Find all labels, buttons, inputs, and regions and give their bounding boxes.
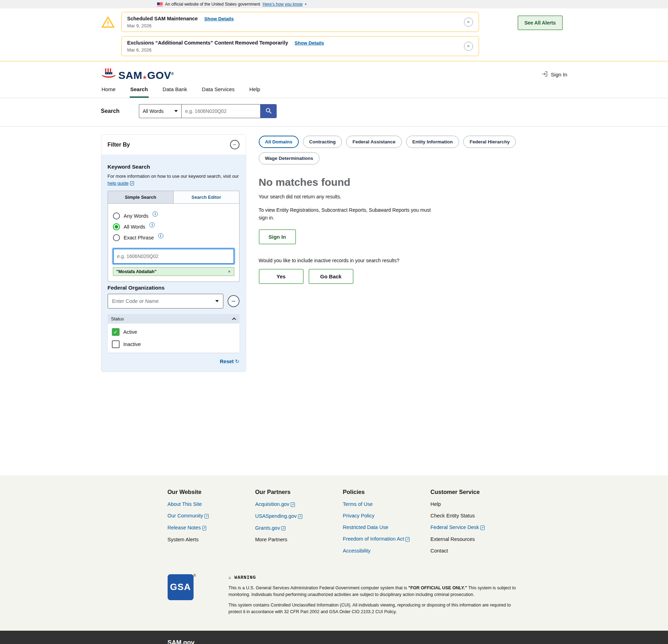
chevron-up-icon: [232, 317, 236, 321]
domain-tab-federal-assistance[interactable]: Federal Assistance: [346, 136, 402, 148]
keyword-search-title: Keyword Search: [108, 164, 239, 170]
search-button[interactable]: [261, 104, 277, 118]
radio-checked-icon: [113, 223, 120, 230]
reset-filters-link[interactable]: Reset↻: [220, 359, 239, 364]
banner-how-link[interactable]: Here’s how you know: [263, 2, 303, 7]
footer-link[interactable]: Contact: [431, 548, 518, 554]
footer-link[interactable]: More Partners: [255, 537, 343, 542]
footer-link[interactable]: Acquisition.gov↗: [255, 501, 343, 507]
status-accordion-header[interactable]: Status: [108, 314, 239, 324]
footer-link[interactable]: Our Community↗: [168, 513, 255, 519]
yes-button[interactable]: Yes: [259, 269, 304, 284]
main-content: Filter By − Keyword Search For more info…: [101, 127, 567, 461]
footer-link[interactable]: Terms of Use: [343, 501, 431, 507]
info-icon[interactable]: i: [149, 222, 155, 228]
domain-tab-all-domains[interactable]: All Domains: [259, 136, 299, 148]
search-bar-row: Search All Words: [0, 98, 668, 127]
nav-home[interactable]: Home: [101, 83, 116, 98]
federal-organizations-title: Federal Organizations: [108, 285, 239, 291]
reset-icon: ↻: [235, 359, 239, 364]
footer-link[interactable]: System Alerts: [168, 537, 255, 542]
domain-tab-entity-information[interactable]: Entity Information: [406, 136, 459, 148]
radio-all-words[interactable]: All Words i: [113, 223, 234, 230]
nav-search[interactable]: Search: [130, 83, 149, 98]
alert-date: Mar 6, 2026: [127, 47, 324, 53]
collapse-filters-button[interactable]: −: [230, 140, 239, 149]
tab-simple-search[interactable]: Simple Search: [108, 191, 174, 203]
info-icon[interactable]: i: [153, 211, 158, 217]
chevron-down-icon: [174, 110, 178, 112]
footer-link[interactable]: About This Site: [168, 501, 255, 507]
keyword-input[interactable]: [113, 249, 234, 264]
radio-icon: [113, 212, 120, 219]
warning-paragraph-2: This system contains Controlled Unclassi…: [229, 602, 516, 616]
banner-text: An official website of the United States…: [165, 2, 260, 7]
domain-tab-federal-hierarchy[interactable]: Federal Hierarchy: [463, 136, 516, 148]
remove-chip-icon[interactable]: ×: [228, 269, 231, 274]
no-matches-heading: No matches found: [259, 176, 567, 188]
domain-tabs: All Domains Contracting Federal Assistan…: [259, 136, 567, 164]
sign-in-button[interactable]: Sign In: [259, 229, 296, 244]
checkbox-active[interactable]: ✓ Active: [112, 328, 235, 336]
us-flag-icon: [157, 2, 163, 6]
info-icon[interactable]: i: [158, 233, 163, 238]
tab-search-editor[interactable]: Search Editor: [173, 191, 239, 203]
alert-card: Exclusions “Additional Comments” Content…: [121, 36, 479, 56]
external-link-icon: ↗: [298, 514, 302, 519]
footer-link[interactable]: Restricted Data Use: [343, 524, 431, 530]
footer-link[interactable]: Freedom of Information Act↗: [343, 536, 431, 542]
external-link-icon: ↗: [480, 526, 485, 530]
checkbox-inactive[interactable]: Inactive: [112, 340, 235, 348]
system-warning: ⚠ WARNING This is a U.S. General Service…: [229, 574, 516, 619]
footer-link[interactable]: Grants.gov↗: [255, 525, 343, 531]
results-section: All Domains Contracting Federal Assistan…: [259, 134, 567, 284]
footer-link[interactable]: External Resources: [431, 536, 518, 542]
main-nav: Home Search Data Bank Data Services Help: [0, 83, 668, 98]
checkbox-checked-icon: ✓: [112, 328, 120, 336]
footer-link[interactable]: USASpending.gov↗: [255, 513, 343, 519]
footer-col-title: Our Website: [168, 489, 255, 495]
keyword-search-box: Simple Search Search Editor Any Words i …: [108, 191, 239, 282]
sign-in-link[interactable]: Sign In: [541, 70, 567, 79]
nav-data-bank[interactable]: Data Bank: [162, 83, 188, 98]
more-options-button[interactable]: ●●●: [228, 295, 239, 307]
alert-card: Scheduled SAM Maintenance Show Details M…: [121, 12, 479, 32]
close-icon[interactable]: ×: [464, 42, 473, 51]
close-icon[interactable]: ×: [464, 18, 473, 27]
alert-show-details-link[interactable]: Show Details: [204, 16, 234, 21]
footer-link[interactable]: Release Notes↗: [168, 525, 255, 531]
footer-link[interactable]: Federal Service Desk↗: [431, 524, 518, 530]
nav-data-services[interactable]: Data Services: [201, 83, 235, 98]
domain-tab-wage-determinations[interactable]: Wage Determinations: [259, 152, 320, 164]
keyword-help-text: For more information on how to use our k…: [108, 173, 239, 187]
gov-banner: An official website of the United States…: [0, 0, 668, 8]
see-all-alerts-button[interactable]: See All Alerts: [518, 15, 563, 30]
domain-tab-contracting[interactable]: Contracting: [303, 136, 342, 148]
footer-col-title: Policies: [343, 489, 431, 495]
help-guide-link[interactable]: help guide: [108, 181, 129, 186]
top-hat-icon: [101, 68, 116, 81]
radio-any-words[interactable]: Any Words i: [113, 212, 234, 219]
site-header: SAM★GOV® Sign In: [0, 61, 668, 83]
sign-in-note: To view Entity Registrations, Subcontrac…: [259, 206, 438, 222]
filter-panel: Filter By − Keyword Search For more info…: [101, 134, 246, 372]
radio-exact-phrase[interactable]: Exact Phrase i: [113, 234, 234, 241]
status-accordion: Status ✓ Active Inactive: [108, 314, 239, 353]
radio-icon: [113, 234, 120, 241]
search-type-select[interactable]: All Words: [139, 104, 182, 118]
federal-organizations-select[interactable]: Enter Code or Name: [108, 294, 224, 309]
footer-link[interactable]: Privacy Policy: [343, 513, 431, 518]
inactive-records-question: Would you like to include inactive recor…: [259, 258, 567, 263]
go-back-button[interactable]: Go Back: [309, 269, 353, 284]
nav-help[interactable]: Help: [249, 83, 261, 98]
no-results-message: Your search did not return any results.: [259, 194, 567, 199]
main-search-input[interactable]: [182, 104, 261, 118]
footer-link[interactable]: Accessibility: [343, 548, 431, 554]
footer-link[interactable]: Check Entity Status: [431, 513, 518, 518]
sam-gov-logo[interactable]: SAM★GOV®: [101, 68, 174, 81]
external-link-icon: ↗: [202, 526, 207, 530]
alert-title: Exclusions “Additional Comments” Content…: [127, 40, 288, 46]
search-icon: [265, 107, 272, 115]
alert-show-details-link[interactable]: Show Details: [295, 40, 324, 46]
footer-link[interactable]: Help: [431, 501, 518, 507]
